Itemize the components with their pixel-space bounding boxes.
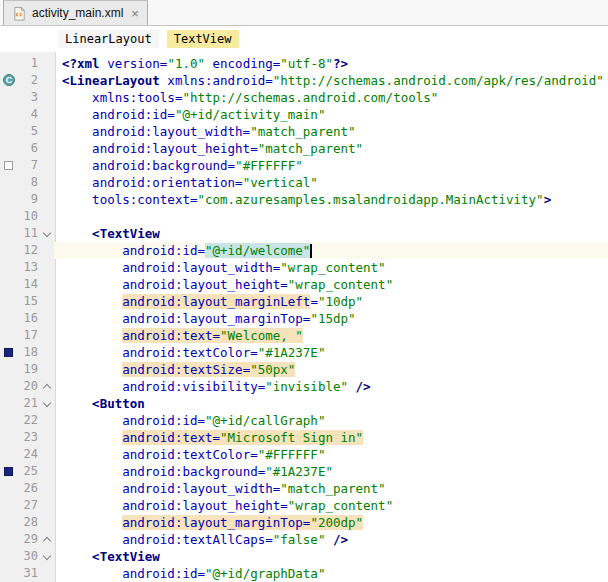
code-text[interactable]: android:background="#FFFFFF" xyxy=(54,157,608,174)
line-number: 9 xyxy=(18,191,40,208)
code-line: 7 android:background="#FFFFFF" xyxy=(0,157,608,174)
fold-marker-cell xyxy=(40,106,54,123)
code-text[interactable]: android:id="@+id/activity_main" xyxy=(54,106,608,123)
code-token xyxy=(62,158,92,173)
code-text[interactable]: android:id="@+id/graphData" xyxy=(54,565,608,582)
code-token: "invisible" xyxy=(265,379,348,394)
fold-marker-cell xyxy=(40,208,54,225)
code-text[interactable]: android:layout_marginTop="200dp" xyxy=(54,514,608,531)
code-text[interactable]: android:layout_width="wrap_content" xyxy=(54,259,608,276)
code-text[interactable]: <Button xyxy=(54,395,608,412)
gutter-icon-cell xyxy=(0,497,18,514)
code-token: /> xyxy=(348,379,371,394)
fold-marker-cell xyxy=(40,276,54,293)
code-line: 29 android:textAllCaps="false" /> xyxy=(0,531,608,548)
code-token: android:layout_marginTop= xyxy=(122,311,310,326)
code-token: android:layout_height= xyxy=(122,498,288,513)
gutter-icon-cell xyxy=(0,395,18,412)
code-token: android:layout_height= xyxy=(122,277,288,292)
code-token: android:textSize= xyxy=(122,362,250,377)
line-number: 20 xyxy=(18,378,40,395)
code-token: android:layout_marginLeft xyxy=(122,294,310,309)
fold-marker-cell xyxy=(40,242,54,259)
code-text[interactable]: android:text="Microsoft Sign in" xyxy=(54,429,608,446)
code-token xyxy=(62,141,92,156)
code-text[interactable]: android:textColor="#FFFFFF" xyxy=(54,446,608,463)
code-text[interactable]: <TextView xyxy=(54,225,608,242)
code-text[interactable]: android:layout_width="match_parent" xyxy=(54,480,608,497)
editor-window: activity_main.xml × LinearLayout TextVie… xyxy=(0,0,608,582)
code-text[interactable]: android:orientation="vertical" xyxy=(54,174,608,191)
code-token: "vertical" xyxy=(243,175,318,190)
gutter-icon-cell xyxy=(0,548,18,565)
line-number: 27 xyxy=(18,497,40,514)
code-token: xmlns:tools= xyxy=(92,90,182,105)
fold-down-icon[interactable] xyxy=(40,225,54,242)
code-text[interactable]: android:id="@+id/callGraph" xyxy=(54,412,608,429)
gutter-icon-cell xyxy=(0,242,18,259)
color-swatch-navy-icon[interactable] xyxy=(4,348,13,357)
fold-marker-cell xyxy=(40,55,54,72)
class-gutter-icon[interactable]: C xyxy=(3,74,15,86)
line-number: 29 xyxy=(18,531,40,548)
breadcrumb-item-linearlayout[interactable]: LinearLayout xyxy=(58,30,159,48)
gutter-icon-cell xyxy=(0,429,18,446)
code-text[interactable]: android:layout_marginTop="15dp" xyxy=(54,310,608,327)
code-token: xmlns:android= xyxy=(167,73,272,88)
color-swatch-navy-icon[interactable] xyxy=(4,467,13,476)
code-token xyxy=(62,481,122,496)
code-text[interactable]: android:layout_height="wrap_content" xyxy=(54,276,608,293)
gutter-icon-cell xyxy=(0,157,18,174)
code-text[interactable]: android:layout_width="match_parent" xyxy=(54,123,608,140)
fold-down-icon[interactable] xyxy=(40,395,54,412)
code-text[interactable]: <?xml version="1.0" encoding="utf-8"?> xyxy=(54,55,608,72)
gutter-icon-cell xyxy=(0,344,18,361)
code-text[interactable]: android:textColor="#1A237E" xyxy=(54,344,608,361)
code-token: "50px" xyxy=(250,362,295,377)
tab-activity-main-xml[interactable]: activity_main.xml × xyxy=(3,0,148,25)
fold-up-icon[interactable] xyxy=(40,531,54,548)
code-text[interactable]: android:layout_height="wrap_content" xyxy=(54,497,608,514)
code-text[interactable]: android:textAllCaps="false" /> xyxy=(54,531,608,548)
gutter-icon-cell xyxy=(0,327,18,344)
code-token: "#1A237E" xyxy=(265,464,333,479)
code-text[interactable]: android:text="Welcome, " xyxy=(54,327,608,344)
fold-marker-cell xyxy=(40,565,54,582)
tab-close-icon[interactable]: × xyxy=(131,7,139,20)
code-text[interactable]: android:visibility="invisible" /> xyxy=(54,378,608,395)
code-text[interactable]: <LinearLayout xmlns:android="http://sche… xyxy=(54,72,608,89)
line-number: 3 xyxy=(18,89,40,106)
code-token xyxy=(62,192,92,207)
gutter-icon-cell xyxy=(0,208,18,225)
code-text[interactable]: android:textSize="50px" xyxy=(54,361,608,378)
code-text[interactable]: xmlns:tools="http://schemas.android.com/… xyxy=(54,89,608,106)
code-editor[interactable]: 1<?xml version="1.0" encoding="utf-8"?>C… xyxy=(0,52,608,582)
code-line: 9 tools:context="com.azuresamples.msalan… xyxy=(0,191,608,208)
line-number: 15 xyxy=(18,293,40,310)
code-token xyxy=(62,345,122,360)
breadcrumb-item-textview[interactable]: TextView xyxy=(167,30,239,48)
fold-down-icon[interactable] xyxy=(40,548,54,565)
code-token: android:id= xyxy=(122,566,205,581)
code-line: 11 <TextView xyxy=(0,225,608,242)
code-text[interactable]: android:layout_marginLeft="10dp" xyxy=(54,293,608,310)
code-text[interactable]: tools:context="com.azuresamples.msalandr… xyxy=(54,191,608,208)
code-text[interactable]: <TextView xyxy=(54,548,608,565)
code-text[interactable]: android:background="#1A237E" xyxy=(54,463,608,480)
code-text[interactable]: android:layout_height="match_parent" xyxy=(54,140,608,157)
code-token: "#FFFFFF" xyxy=(258,447,326,462)
code-token: "wrap_content" xyxy=(288,498,393,513)
line-number: 12 xyxy=(18,242,40,259)
code-token: "false" xyxy=(273,532,326,547)
gutter-icon-cell xyxy=(0,89,18,106)
line-number: 24 xyxy=(18,446,40,463)
code-token: android:id= xyxy=(122,413,205,428)
code-text[interactable]: android:id="@+id/welcome" xyxy=(54,242,608,259)
code-line: 12 android:id="@+id/welcome" xyxy=(0,242,608,259)
fold-up-icon[interactable] xyxy=(40,378,54,395)
fold-marker-cell xyxy=(40,361,54,378)
color-swatch-white-icon[interactable] xyxy=(4,161,13,170)
code-text[interactable] xyxy=(54,208,608,225)
fold-marker-cell xyxy=(40,293,54,310)
fold-marker-cell xyxy=(40,412,54,429)
